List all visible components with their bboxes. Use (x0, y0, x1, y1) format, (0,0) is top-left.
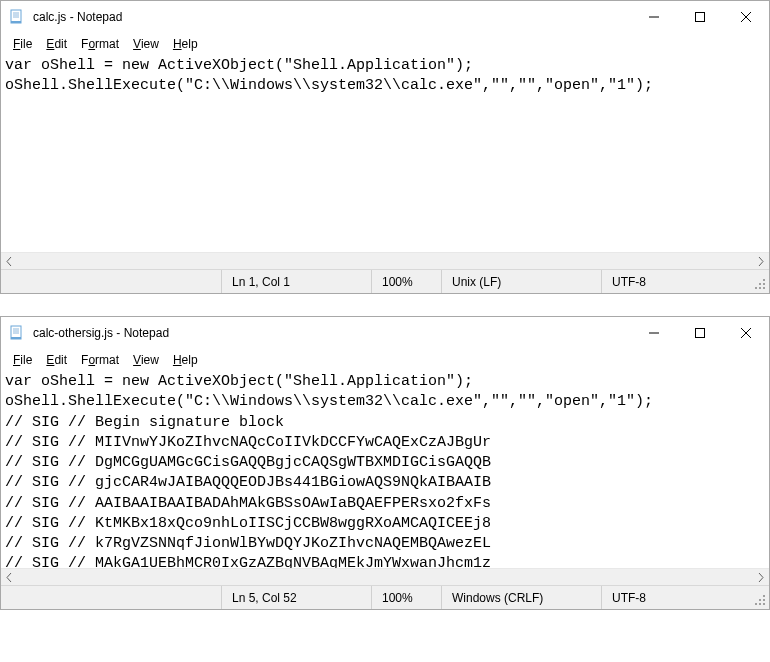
svg-rect-16 (11, 337, 21, 339)
menu-format[interactable]: Format (75, 35, 125, 53)
status-encoding: UTF-8 (601, 586, 751, 609)
svg-rect-11 (763, 283, 765, 285)
svg-rect-28 (759, 603, 761, 605)
horizontal-scrollbar[interactable] (1, 252, 769, 269)
menu-help[interactable]: Help (167, 35, 204, 53)
notepad-icon (9, 9, 25, 25)
menu-help[interactable]: Help (167, 351, 204, 369)
resize-grip-icon[interactable] (751, 270, 769, 293)
notepad-icon (9, 325, 25, 341)
maximize-button[interactable] (677, 317, 723, 349)
menubar: File Edit Format View Help (1, 349, 769, 371)
notepad-window: calc.js - Notepad File Edit Format View … (0, 0, 770, 294)
menu-file[interactable]: File (7, 35, 38, 53)
minimize-button[interactable] (631, 317, 677, 349)
menubar: File Edit Format View Help (1, 33, 769, 55)
maximize-button[interactable] (677, 1, 723, 33)
status-spacer (1, 270, 221, 293)
resize-grip-icon[interactable] (751, 586, 769, 609)
statusbar: Ln 1, Col 1 100% Unix (LF) UTF-8 (1, 269, 769, 293)
titlebar[interactable]: calc-othersig.js - Notepad (1, 317, 769, 349)
svg-rect-24 (763, 595, 765, 597)
menu-view[interactable]: View (127, 35, 165, 53)
status-cursor-pos: Ln 1, Col 1 (221, 270, 371, 293)
svg-rect-13 (759, 287, 761, 289)
svg-rect-27 (755, 603, 757, 605)
svg-rect-14 (763, 287, 765, 289)
minimize-button[interactable] (631, 1, 677, 33)
status-line-ending: Windows (CRLF) (441, 586, 601, 609)
svg-rect-29 (763, 603, 765, 605)
status-zoom: 100% (371, 586, 441, 609)
window-title: calc.js - Notepad (31, 10, 631, 24)
menu-edit[interactable]: Edit (40, 351, 73, 369)
close-button[interactable] (723, 1, 769, 33)
text-editor[interactable]: var oShell = new ActiveXObject("Shell.Ap… (1, 371, 769, 568)
status-line-ending: Unix (LF) (441, 270, 601, 293)
scroll-right-icon[interactable] (752, 569, 769, 586)
statusbar: Ln 5, Col 52 100% Windows (CRLF) UTF-8 (1, 585, 769, 609)
status-encoding: UTF-8 (601, 270, 751, 293)
svg-rect-10 (759, 283, 761, 285)
titlebar[interactable]: calc.js - Notepad (1, 1, 769, 33)
menu-format[interactable]: Format (75, 351, 125, 369)
close-button[interactable] (723, 317, 769, 349)
scroll-right-icon[interactable] (752, 253, 769, 270)
svg-rect-26 (763, 599, 765, 601)
notepad-window: calc-othersig.js - Notepad File Edit For… (0, 316, 770, 610)
window-controls (631, 1, 769, 33)
scroll-left-icon[interactable] (1, 253, 18, 270)
horizontal-scrollbar[interactable] (1, 568, 769, 585)
svg-rect-1 (11, 21, 21, 23)
menu-file[interactable]: File (7, 351, 38, 369)
status-cursor-pos: Ln 5, Col 52 (221, 586, 371, 609)
menu-edit[interactable]: Edit (40, 35, 73, 53)
svg-rect-21 (696, 329, 705, 338)
window-title: calc-othersig.js - Notepad (31, 326, 631, 340)
svg-rect-9 (763, 279, 765, 281)
svg-rect-6 (696, 13, 705, 22)
menu-view[interactable]: View (127, 351, 165, 369)
text-editor[interactable]: var oShell = new ActiveXObject("Shell.Ap… (1, 55, 769, 252)
scroll-left-icon[interactable] (1, 569, 18, 586)
svg-rect-25 (759, 599, 761, 601)
svg-rect-12 (755, 287, 757, 289)
status-zoom: 100% (371, 270, 441, 293)
status-spacer (1, 586, 221, 609)
window-controls (631, 317, 769, 349)
